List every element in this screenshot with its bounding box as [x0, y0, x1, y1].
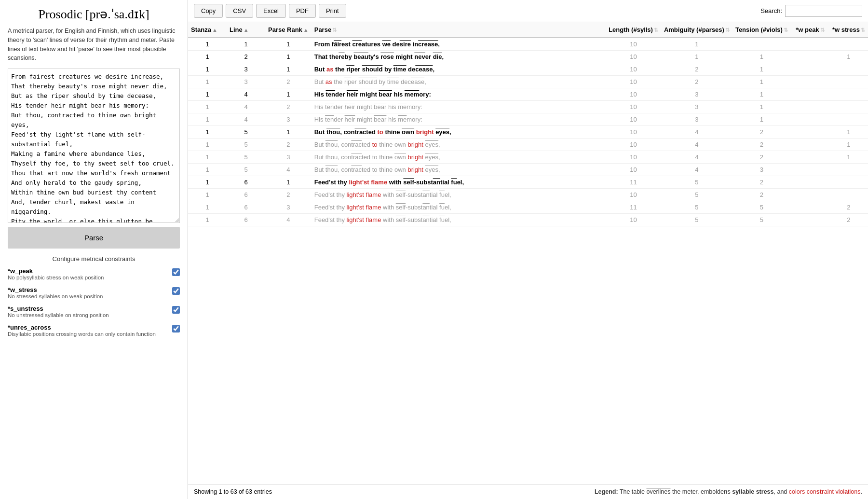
table-row: 1 1 1 From fāirest creatures we desire i…	[188, 38, 868, 51]
cell-ambig: 5	[661, 201, 732, 214]
cell-ambig: 4	[661, 139, 732, 151]
cell-wpeak	[791, 88, 829, 101]
cell-wpeak	[791, 76, 829, 88]
cell-wstress	[829, 38, 868, 51]
cell-wpeak	[791, 189, 829, 201]
th-parse[interactable]: Parse⇅	[312, 22, 606, 38]
cell-tension	[732, 38, 791, 51]
verse-input[interactable]	[8, 69, 180, 223]
constraint-name-3: *unres_across	[8, 324, 172, 331]
cell-wstress	[829, 101, 868, 113]
left-panel: Prosodic [prə.ˈsa.dɪk] A metrical parser…	[0, 0, 188, 499]
cell-tension: 1	[732, 51, 791, 63]
cell-stanza: 1	[188, 151, 227, 164]
cell-length: 10	[606, 51, 661, 63]
cell-wpeak	[791, 201, 829, 214]
cell-tension: 2	[732, 176, 791, 189]
th-*w-peak[interactable]: *w peak⇅	[791, 22, 829, 38]
cell-stanza: 1	[188, 51, 227, 63]
cell-wstress	[829, 176, 868, 189]
cell-length: 10	[606, 126, 661, 139]
pdf-button[interactable]: PDF	[289, 4, 316, 18]
cell-ambig: 3	[661, 101, 732, 113]
legend-overline: The table overlines the meter,	[620, 488, 701, 495]
cell-ambig: 4	[661, 126, 732, 139]
copy-button[interactable]: Copy	[194, 4, 223, 18]
cell-tension: 5	[732, 214, 791, 226]
cell-length: 10	[606, 139, 661, 151]
config-title: Configure metrical constraints	[8, 255, 180, 263]
cell-parse: But thou, contracted to thine own bright…	[312, 139, 606, 151]
search-label: Search:	[760, 7, 782, 14]
cell-tension: 3	[732, 164, 791, 176]
cell-rank: 1	[265, 176, 312, 189]
cell-wpeak	[791, 126, 829, 139]
th-tension-(#viols)[interactable]: Tension (#viols)⇅	[732, 22, 791, 38]
table-row: 1 5 1 But thou, contracted to thine own …	[188, 126, 868, 139]
th-ambiguity-(#parses)[interactable]: Ambiguity (#parses)⇅	[661, 22, 732, 38]
cell-line: 6	[227, 189, 265, 201]
table-container: Stanza▲Line▲Parse Rank▲Parse⇅Length (#sy…	[188, 22, 868, 484]
excel-button[interactable]: Excel	[256, 4, 286, 18]
constraint-name-0: *w_peak	[8, 267, 172, 275]
constraint-check-3[interactable]	[172, 325, 180, 333]
th-length-(#sylls)[interactable]: Length (#sylls)⇅	[606, 22, 661, 38]
cell-rank: 4	[265, 164, 312, 176]
cell-wstress	[829, 76, 868, 88]
constraint-check-1[interactable]	[172, 287, 180, 295]
cell-wpeak	[791, 214, 829, 226]
cell-parse: But thou, contracted to thine own bright…	[312, 126, 606, 139]
cell-wstress	[829, 113, 868, 126]
table-row: 1 6 4 Feed'st thy light'st flame with se…	[188, 214, 868, 226]
constraints-list: *w_peak No polysyllabic stress on weak p…	[8, 267, 180, 343]
cell-tension: 1	[732, 101, 791, 113]
cell-rank: 2	[265, 76, 312, 88]
cell-parse: But as the riper should by time decease,	[312, 76, 606, 88]
table-row: 1 4 3 His tender heir might bear his mem…	[188, 113, 868, 126]
th-parse-rank[interactable]: Parse Rank▲	[265, 22, 312, 38]
cell-wstress: 1	[829, 126, 868, 139]
print-button[interactable]: Print	[319, 4, 346, 18]
search-area: Search:	[760, 5, 862, 17]
th-*w-stress[interactable]: *w stress⇅	[829, 22, 868, 38]
cell-parse: That thereby beauty's rose might never d…	[312, 51, 606, 63]
cell-tension: 1	[732, 113, 791, 126]
constraint-name-1: *w_stress	[8, 286, 172, 293]
cell-line: 6	[227, 214, 265, 226]
constraint-check-0[interactable]	[172, 268, 180, 276]
cell-rank: 2	[265, 101, 312, 113]
cell-wpeak	[791, 176, 829, 189]
cell-parse: Feed'st thy light'st flame with self-sub…	[312, 214, 606, 226]
csv-button[interactable]: CSV	[226, 4, 253, 18]
cell-line: 6	[227, 176, 265, 189]
table-row: 1 6 1 Feed'st thy light'st flame with se…	[188, 176, 868, 189]
cell-wstress	[829, 189, 868, 201]
constraint-text-3: *unres_across Disyllabic positions cross…	[8, 324, 172, 337]
constraint-check-2[interactable]	[172, 306, 180, 314]
constraint-row-0: *w_peak No polysyllabic stress on weak p…	[8, 267, 180, 280]
cell-wpeak	[791, 38, 829, 51]
cell-length: 10	[606, 113, 661, 126]
constraint-desc-2: No unstressed syllable on strong positio…	[8, 312, 172, 318]
th-line[interactable]: Line▲	[227, 22, 265, 38]
table-row: 1 4 2 His tender heir might bear his mem…	[188, 101, 868, 113]
constraint-desc-0: No polysyllabic stress on weak position	[8, 275, 172, 280]
cell-tension: 2	[732, 126, 791, 139]
cell-length: 11	[606, 201, 661, 214]
parse-button[interactable]: Parse	[8, 227, 180, 249]
cell-tension: 1	[732, 88, 791, 101]
table-body: 1 1 1 From fāirest creatures we desire i…	[188, 38, 868, 226]
cell-rank: 1	[265, 88, 312, 101]
th-stanza[interactable]: Stanza▲	[188, 22, 227, 38]
legend: Legend: The table overlines the meter, e…	[595, 488, 862, 495]
search-input[interactable]	[785, 5, 862, 17]
cell-stanza: 1	[188, 113, 227, 126]
cell-parse: But thou, contracted to thine own bright…	[312, 164, 606, 176]
cell-rank: 1	[265, 126, 312, 139]
cell-wpeak	[791, 164, 829, 176]
legend-bold: emboldens syllable stress,	[701, 488, 777, 495]
toolbar: Copy CSV Excel PDF Print Search:	[188, 0, 868, 22]
cell-wstress: 2	[829, 201, 868, 214]
table-row: 1 5 2 But thou, contracted to thine own …	[188, 139, 868, 151]
table-row: 1 3 2 But as the riper should by time de…	[188, 76, 868, 88]
